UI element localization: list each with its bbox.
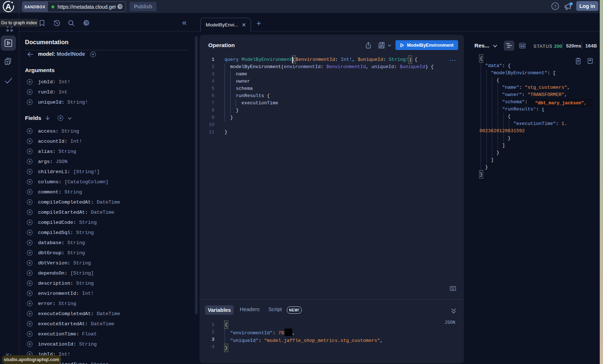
svg-text:A: A [5, 2, 11, 11]
svg-text:?: ? [554, 4, 556, 9]
